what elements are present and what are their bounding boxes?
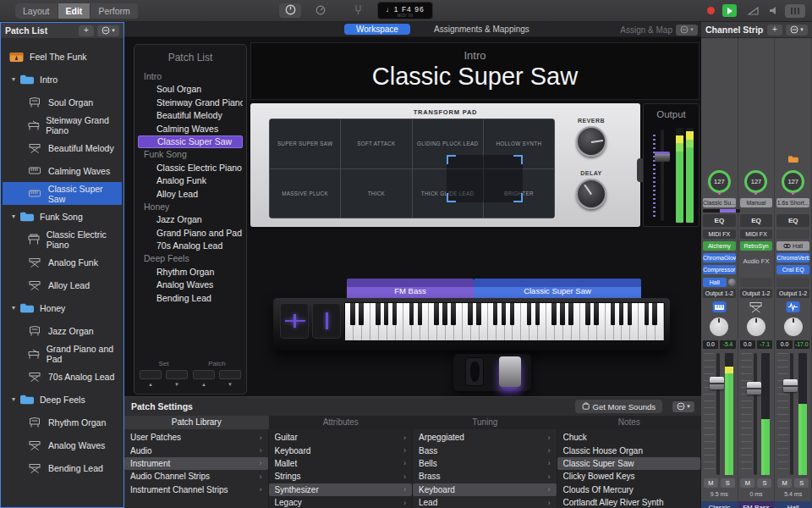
patch-item-analog-waves[interactable]: Analog Waves [138,279,243,291]
master-level-button[interactable] [744,3,761,18]
black-key[interactable] [409,303,414,325]
patch-set-deep-feels[interactable]: Deep Feels [138,252,243,265]
disclosure-chevron-icon[interactable]: ▾ [9,395,18,403]
black-key[interactable] [350,303,355,325]
solo-button[interactable]: S [757,478,771,488]
black-key[interactable] [376,303,381,325]
sidebar-item-calming-waves[interactable]: Calming Waves [3,159,122,182]
black-key[interactable] [551,303,557,325]
white-key[interactable] [546,303,555,340]
pitch-wheel[interactable] [280,303,309,339]
eq-slot[interactable]: EQ [740,214,773,227]
black-key[interactable] [585,303,590,325]
black-key[interactable] [476,303,481,325]
patch-item-grand-piano-and-pad[interactable]: Grand Piano and Pad [138,227,243,240]
white-key[interactable] [639,303,647,340]
sidebar-item-beautiful-melody[interactable]: Beautiful Melody [3,136,122,159]
channel-strips-action-menu[interactable]: ▾ [786,25,808,36]
white-key[interactable] [488,303,497,340]
output-slot[interactable]: Output 1-2 [740,289,773,298]
setting-button[interactable]: 1.6s Short... [776,198,809,207]
library-item-keyboard[interactable]: Keyboard› [413,483,557,496]
black-key[interactable] [493,303,498,325]
library-item-brass[interactable]: Brass› [413,470,557,483]
eq-slot[interactable]: EQ [776,214,809,227]
black-key[interactable] [384,303,389,325]
sidebar-item-analog-waves[interactable]: Analog Waves [3,433,122,456]
library-item-lead[interactable]: Lead› [413,496,557,508]
library-item-arpeggiated[interactable]: Arpeggiated› [413,431,557,444]
black-key[interactable] [594,303,599,325]
transform-pad-massive-pluck[interactable]: MASSIVE PLUCK [270,169,340,218]
patch-set-funk-song[interactable]: Funk Song [138,148,243,161]
patch-item-jazz-organ[interactable]: Jazz Organ [138,213,243,226]
library-item-bass[interactable]: Bass› [413,444,557,456]
master-mute-button[interactable] [765,3,781,18]
setting-button[interactable]: Classic Su... [703,198,736,207]
workspace-action-menu[interactable]: ▾ [676,25,698,36]
tab-tuning[interactable]: Tuning [413,416,557,429]
output-fader-handle[interactable] [655,152,670,162]
velocity-knob[interactable]: 127 [703,170,736,193]
black-key[interactable] [652,303,657,325]
library-item-audio-channel-strips[interactable]: Audio Channel Strips› [124,470,268,483]
midi-fx-slot[interactable]: MIDI FX [740,229,773,239]
audio-fx-slot-2[interactable]: Compressor [703,265,736,274]
white-key[interactable] [345,303,354,340]
channel-strips-toggle-button[interactable] [785,3,805,18]
sidebar-item-funk-song[interactable]: ▾Funk Song [3,205,122,228]
white-key[interactable] [580,303,589,340]
disclosure-chevron-icon[interactable]: ▾ [9,213,18,220]
white-key[interactable] [387,303,396,340]
library-item-mallet[interactable]: Mallet› [269,457,413,470]
black-key[interactable] [560,303,565,325]
reverb-knob[interactable] [576,126,606,157]
black-key[interactable] [434,303,439,325]
get-more-sounds-button[interactable]: Get More Sounds [575,400,662,413]
mute-button[interactable]: M [704,478,718,488]
mod-wheel[interactable] [312,303,341,339]
patch-item-70s-analog-lead[interactable]: 70s Analog Lead [138,240,243,252]
add-channel-strip-button[interactable]: + [767,25,782,36]
patch-item-alloy-lead[interactable]: Alloy Lead [138,188,243,201]
black-key[interactable] [628,303,633,325]
channel-strip-name[interactable]: Classic Super Saw [701,501,738,508]
sidebar-item-steinway-grand-piano[interactable]: Steinway Grand Piano [3,113,122,136]
sidebar-item-grand-piano-and-pad[interactable]: Grand Piano and Pad [3,342,122,365]
input-slot[interactable]: Hall [776,241,809,251]
instrument-slot[interactable]: Alchemy [703,241,736,251]
library-item-cortlandt-alley-river-synth[interactable]: Cortlandt Alley River Synth [557,496,701,508]
audio-fx-slot-2[interactable]: Cnsl EQ [776,265,809,274]
cpu-gauge-button[interactable] [279,3,301,18]
black-key[interactable] [611,303,616,325]
sidebar-item-classic-electric-piano[interactable]: Classic Electric Piano [3,228,122,251]
patch-item-rhythm-organ[interactable]: Rhythm Organ [138,266,243,279]
record-button[interactable] [704,3,717,18]
library-item-classic-house-organ[interactable]: Classic House Organ [557,444,701,456]
black-key[interactable] [451,303,456,325]
sidebar-item-intro[interactable]: ▾Intro [3,68,122,91]
patch-item-calming-waves[interactable]: Calming Waves [138,123,243,135]
sidebar-item-honey[interactable]: ▾Honey [3,296,122,319]
eq-slot[interactable]: EQ [703,214,736,227]
add-patch-button[interactable]: + [79,25,94,36]
patch-item-beautiful-melody[interactable]: Beautiful Melody [138,109,243,122]
solo-button[interactable]: S [721,478,735,488]
library-item-guitar[interactable]: Guitar› [269,431,413,444]
black-key[interactable] [619,303,624,325]
black-key[interactable] [392,303,398,325]
tuner-button[interactable] [348,3,367,18]
tab-assignments-mappings[interactable]: Assignments & Mappings [422,24,541,35]
disclosure-chevron-icon[interactable]: ▾ [9,75,18,83]
set-prev-button[interactable] [140,370,162,379]
sidebar-item-jazz-organ[interactable]: Jazz Organ [3,319,122,342]
tab-workspace[interactable]: Workspace [344,24,410,35]
sidebar-item-feel-the-funk[interactable]: Feel The Funk [3,45,122,68]
patch-prev-button[interactable] [193,370,215,379]
send-destination[interactable]: Hall [703,278,727,287]
patch-item-soul-organ[interactable]: Soul Organ [138,83,243,96]
onscreen-keyboard[interactable] [273,298,670,351]
library-item-keyboard[interactable]: Keyboard› [269,444,413,456]
perform-mode-button[interactable]: Perform [91,3,138,19]
black-key[interactable] [568,303,573,325]
